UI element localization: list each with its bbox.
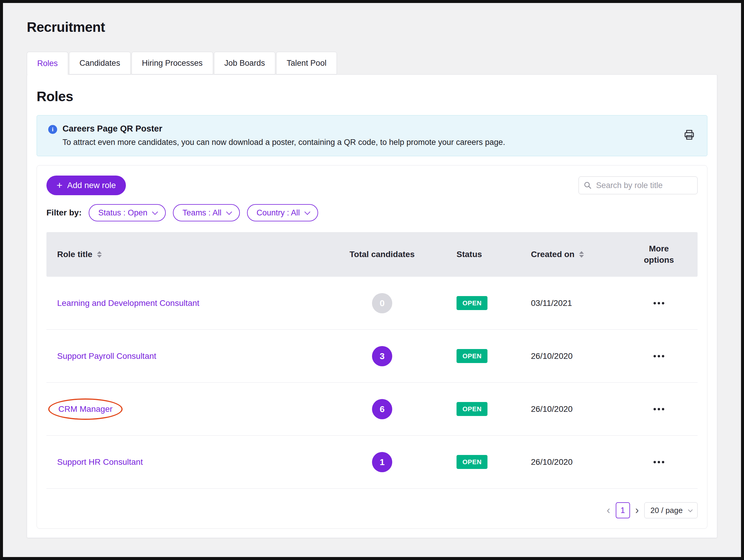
header-more-options-label: More options: [641, 243, 677, 266]
banner-text: To attract even more candidates, you can…: [63, 138, 674, 147]
qr-poster-banner: i Careers Page QR Poster To attract even…: [37, 115, 707, 156]
add-new-role-button[interactable]: + Add new role: [46, 176, 126, 195]
filter-country[interactable]: Country : All: [247, 204, 319, 221]
header-role-title-label: Role title: [57, 250, 92, 259]
header-total-candidates-label: Total candidates: [350, 250, 415, 259]
status-badge: OPEN: [456, 402, 487, 416]
filter-teams[interactable]: Teams : All: [173, 204, 240, 221]
chevron-down-icon: [688, 507, 693, 512]
status-badge: OPEN: [456, 455, 487, 469]
filter-status[interactable]: Status : Open: [89, 204, 166, 221]
pagination-prev-icon[interactable]: ‹: [607, 505, 610, 516]
add-new-role-label: Add new role: [67, 181, 116, 190]
page-title: Recruitment: [27, 19, 741, 35]
created-date: 26/10/2020: [531, 351, 572, 361]
tab-roles[interactable]: Roles: [27, 52, 68, 75]
filter-country-label: Country : All: [257, 208, 300, 218]
role-link[interactable]: CRM Manager: [58, 404, 112, 414]
sort-icon[interactable]: [97, 251, 102, 258]
annotation-ellipse: CRM Manager: [48, 399, 123, 420]
tab-job-boards[interactable]: Job Boards: [214, 52, 275, 74]
role-link[interactable]: Learning and Development Consultant: [57, 298, 199, 308]
filter-status-label: Status : Open: [98, 208, 147, 218]
header-total-candidates: Total candidates: [337, 250, 427, 259]
candidate-count-badge: 0: [372, 293, 392, 313]
candidate-count-badge: 6: [372, 399, 392, 419]
tab-talent-pool[interactable]: Talent Pool: [276, 52, 337, 74]
page-size-label: 20 / page: [650, 506, 683, 515]
banner-title: Careers Page QR Poster: [63, 124, 674, 134]
info-icon: i: [48, 125, 57, 134]
page-size-select[interactable]: 20 / page: [644, 502, 698, 518]
more-options-button[interactable]: [650, 352, 667, 360]
sort-icon[interactable]: [579, 251, 584, 258]
header-created-on[interactable]: Created on: [507, 250, 620, 259]
section-title: Roles: [37, 88, 707, 105]
plus-icon: +: [57, 180, 63, 190]
created-date: 26/10/2020: [531, 457, 572, 466]
role-link[interactable]: Support Payroll Consultant: [57, 351, 156, 361]
candidate-count-badge: 3: [372, 346, 392, 366]
chevron-down-icon: [304, 209, 310, 215]
header-created-on-label: Created on: [531, 250, 574, 259]
filter-by-label: Filter by:: [46, 208, 81, 218]
chevron-down-icon: [152, 209, 158, 215]
more-options-button[interactable]: [650, 299, 667, 307]
chevron-down-icon: [226, 209, 232, 215]
created-date: 26/10/2020: [531, 404, 572, 414]
table-row: Learning and Development Consultant 0 OP…: [46, 277, 698, 330]
table-row: CRM Manager 6 OPEN 26/10/2020: [46, 383, 698, 436]
header-status: Status: [427, 250, 507, 259]
status-badge: OPEN: [456, 296, 487, 310]
table-row: Support Payroll Consultant 3 OPEN 26/10/…: [46, 330, 698, 383]
created-date: 03/11/2021: [531, 298, 572, 308]
header-role-title[interactable]: Role title: [46, 250, 337, 259]
tab-bar: Roles Candidates Hiring Processes Job Bo…: [27, 52, 717, 74]
more-options-button[interactable]: [650, 458, 667, 466]
role-search: [579, 177, 698, 194]
pagination-next-icon[interactable]: ›: [635, 505, 639, 516]
tab-candidates[interactable]: Candidates: [69, 52, 131, 74]
filter-bar: Filter by: Status : Open Teams : All Cou…: [46, 204, 698, 221]
search-input[interactable]: [579, 177, 698, 194]
more-options-button[interactable]: [650, 405, 667, 413]
roles-panel: Roles i Careers Page QR Poster To attrac…: [27, 74, 717, 538]
table-row: Support HR Consultant 1 OPEN 26/10/2020: [46, 436, 698, 489]
filter-teams-label: Teams : All: [182, 208, 221, 218]
header-status-label: Status: [456, 250, 482, 259]
pagination-page-1[interactable]: 1: [616, 502, 630, 518]
search-icon: [583, 181, 592, 191]
banner-body: Careers Page QR Poster To attract even m…: [63, 124, 674, 147]
pagination: ‹ 1 › 20 / page: [46, 502, 698, 518]
printer-icon[interactable]: [683, 128, 696, 142]
status-badge: OPEN: [456, 349, 487, 363]
card-toolbar: + Add new role: [46, 176, 698, 195]
roles-table: Role title Total candidates Status Creat…: [46, 232, 698, 489]
tab-hiring-processes[interactable]: Hiring Processes: [132, 52, 213, 74]
header-more-options: More options: [620, 243, 698, 266]
candidate-count-badge: 1: [372, 452, 392, 472]
roles-card: + Add new role Filter by: Status : Open: [37, 165, 707, 529]
role-link[interactable]: Support HR Consultant: [57, 457, 143, 466]
table-header-row: Role title Total candidates Status Creat…: [46, 232, 698, 277]
